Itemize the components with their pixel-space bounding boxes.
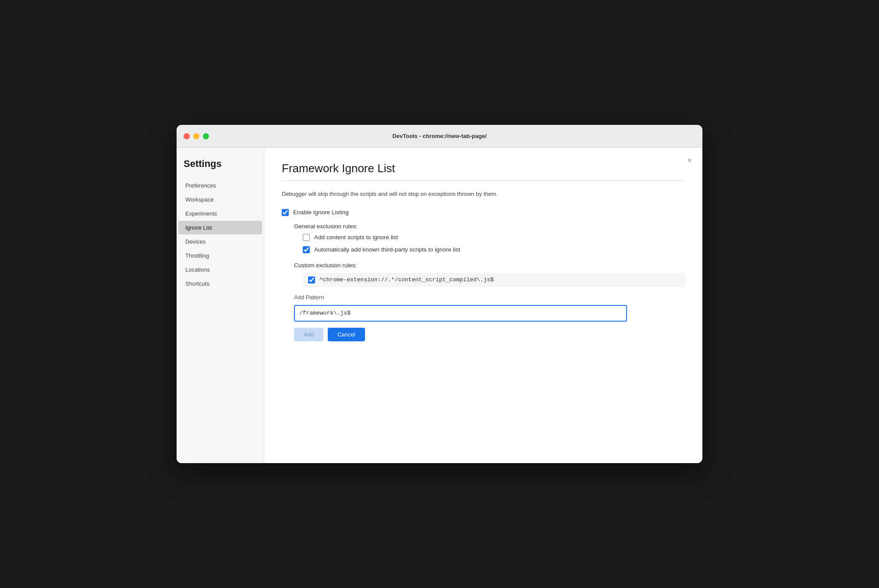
sidebar: Settings Preferences Workspace Experimen… <box>177 148 264 463</box>
pattern-input[interactable] <box>294 305 627 322</box>
auto-add-third-party-checkbox[interactable] <box>303 246 310 253</box>
title-divider <box>282 181 685 181</box>
sidebar-item-devices[interactable]: Devices <box>178 235 262 248</box>
action-buttons: Add Cancel <box>294 328 685 341</box>
close-traffic-light[interactable] <box>184 133 190 139</box>
custom-rule-row: ^chrome-extension://.*/content_script_co… <box>303 273 685 287</box>
maximize-traffic-light[interactable] <box>203 133 209 139</box>
close-settings-button[interactable]: × <box>685 155 694 166</box>
auto-add-third-party-label[interactable]: Automatically add known third-party scri… <box>314 246 460 253</box>
sidebar-item-preferences[interactable]: Preferences <box>178 179 262 192</box>
add-content-scripts-label[interactable]: Add content scripts to ignore list <box>314 234 398 241</box>
add-content-scripts-checkbox[interactable] <box>303 234 310 241</box>
custom-rule-checkbox[interactable] <box>308 276 315 283</box>
settings-heading: Settings <box>177 158 264 178</box>
sidebar-item-workspace[interactable]: Workspace <box>178 193 262 206</box>
traffic-lights <box>184 133 209 139</box>
window-title: DevTools - chrome://new-tab-page/ <box>392 133 486 139</box>
devtools-window: DevTools - chrome://new-tab-page/ Settin… <box>177 125 702 463</box>
add-button[interactable]: Add <box>294 328 323 341</box>
page-title: Framework Ignore List <box>282 162 685 175</box>
minimize-traffic-light[interactable] <box>193 133 199 139</box>
custom-rule-label[interactable]: ^chrome-extension://.*/content_script_co… <box>319 276 494 283</box>
titlebar: DevTools - chrome://new-tab-page/ <box>177 125 702 148</box>
window-content: Settings Preferences Workspace Experimen… <box>177 148 702 463</box>
sidebar-item-experiments[interactable]: Experiments <box>178 207 262 220</box>
enable-ignore-listing-row: Enable Ignore Listing <box>282 209 685 216</box>
add-content-scripts-row: Add content scripts to ignore list <box>303 234 685 241</box>
auto-add-third-party-row: Automatically add known third-party scri… <box>303 246 685 253</box>
general-exclusion-label: General exclusion rules: <box>294 223 685 230</box>
custom-exclusion-label: Custom exclusion rules: <box>294 262 685 269</box>
enable-ignore-listing-checkbox[interactable] <box>282 209 289 216</box>
sidebar-item-throttling[interactable]: Throttling <box>178 249 262 262</box>
cancel-button[interactable]: Cancel <box>328 328 365 341</box>
sidebar-item-ignore-list[interactable]: Ignore List <box>178 221 262 234</box>
enable-ignore-listing-label[interactable]: Enable Ignore Listing <box>293 209 349 216</box>
add-pattern-label: Add Pattern <box>294 294 685 301</box>
sidebar-item-shortcuts[interactable]: Shortcuts <box>178 277 262 290</box>
sidebar-item-locations[interactable]: Locations <box>178 263 262 276</box>
main-content: × Framework Ignore List Debugger will sk… <box>264 148 702 463</box>
page-description: Debugger will skip through the scripts a… <box>282 190 685 198</box>
